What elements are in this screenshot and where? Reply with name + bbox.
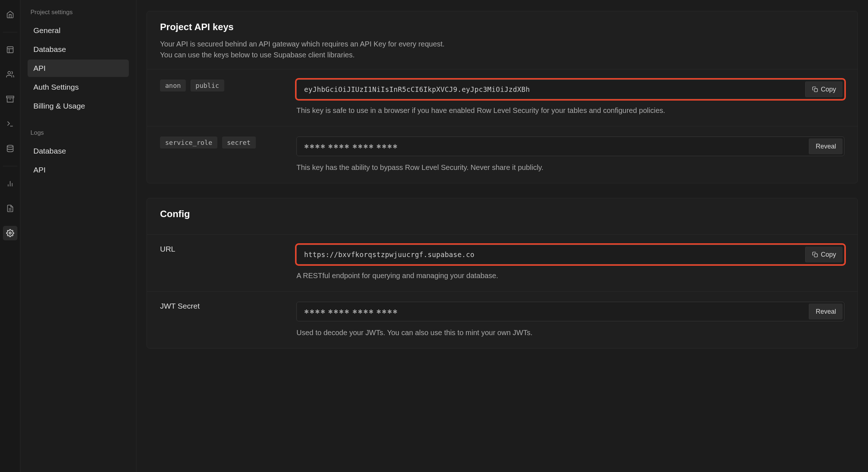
svg-rect-15 (814, 254, 818, 257)
sidebar-item-auth-settings[interactable]: Auth Settings (28, 78, 129, 96)
settings-icon[interactable] (3, 226, 17, 240)
auth-icon[interactable] (3, 67, 17, 82)
api-keys-desc: Your API is secured behind an API gatewa… (160, 38, 844, 60)
icon-rail (0, 0, 20, 472)
api-keys-card: Project API keys Your API is secured beh… (147, 11, 858, 183)
anon-key-tags: anon public (160, 80, 282, 116)
svg-rect-4 (6, 96, 13, 98)
svg-point-7 (7, 145, 13, 147)
sidebar-item-api[interactable]: API (28, 60, 129, 77)
sidebar-item-billing[interactable]: Billing & Usage (28, 97, 129, 115)
anon-key-help: This key is safe to use in a browser if … (296, 105, 844, 116)
sidebar: Project settings General Database API Au… (20, 0, 136, 472)
anon-key-copy-button[interactable]: Copy (805, 81, 843, 97)
sidebar-section-title: Logs (28, 129, 129, 137)
api-keys-title: Project API keys (160, 21, 844, 33)
service-role-input-group: ✱✱✱✱ ✱✱✱✱ ✱✱✱✱ ✱✱✱✱ Reveal (296, 137, 844, 156)
tag-secret: secret (222, 137, 256, 148)
url-input-group: https://bxvfkorqstzpwjuucrgf.supabase.co… (296, 245, 844, 264)
reports-icon[interactable] (3, 176, 17, 191)
url-row: URL https://bxvfkorqstzpwjuucrgf.supabas… (147, 234, 857, 291)
jwt-input-group: ✱✱✱✱ ✱✱✱✱ ✱✱✱✱ ✱✱✱✱ Reveal (296, 302, 844, 321)
docs-icon[interactable] (3, 201, 17, 216)
copy-icon (812, 252, 818, 257)
rail-divider (3, 32, 17, 32)
url-label: URL (160, 245, 282, 253)
anon-key-row: anon public eyJhbGciOiJIUzI1NiIsInR5cCI6… (147, 69, 857, 126)
jwt-label-wrap: JWT Secret (160, 302, 282, 338)
config-card: Config URL https://bxvfkorqstzpwjuucrgf.… (147, 198, 858, 349)
service-role-right: ✱✱✱✱ ✱✱✱✱ ✱✱✱✱ ✱✱✱✱ Reveal This key has … (296, 137, 844, 173)
svg-point-3 (8, 72, 10, 74)
jwt-reveal-button[interactable]: Reveal (809, 304, 843, 320)
jwt-label: JWT Secret (160, 302, 282, 310)
sidebar-section-title: Project settings (28, 9, 129, 16)
home-icon[interactable] (3, 7, 17, 22)
jwt-help: Used to decode your JWTs. You can also u… (296, 327, 844, 338)
sql-icon[interactable] (3, 117, 17, 131)
anon-key-value[interactable]: eyJhbGciOiJIUzI1NiIsInR5cCI6IkpXVCJ9.eyJ… (297, 80, 804, 99)
api-keys-header: Project API keys Your API is secured beh… (147, 11, 857, 69)
sidebar-item-logs-api[interactable]: API (28, 161, 129, 179)
jwt-value[interactable]: ✱✱✱✱ ✱✱✱✱ ✱✱✱✱ ✱✱✱✱ (297, 302, 807, 321)
anon-key-input-group: eyJhbGciOiJIUzI1NiIsInR5cCI6IkpXVCJ9.eyJ… (296, 80, 844, 99)
sidebar-item-database[interactable]: Database (28, 41, 129, 58)
tag-public: public (191, 80, 224, 91)
sidebar-section-project-settings: Project settings General Database API Au… (28, 9, 129, 115)
jwt-row: JWT Secret ✱✱✱✱ ✱✱✱✱ ✱✱✱✱ ✱✱✱✱ Reveal Us… (147, 291, 857, 348)
config-title: Config (160, 208, 844, 220)
copy-icon (812, 86, 818, 92)
table-icon[interactable] (3, 42, 17, 57)
rail-divider (3, 166, 17, 166)
jwt-right: ✱✱✱✱ ✱✱✱✱ ✱✱✱✱ ✱✱✱✱ Reveal Used to decod… (296, 302, 844, 338)
sidebar-section-logs: Logs Database API (28, 129, 129, 179)
sidebar-item-logs-database[interactable]: Database (28, 142, 129, 160)
tag-anon: anon (160, 80, 186, 91)
url-right: https://bxvfkorqstzpwjuucrgf.supabase.co… (296, 245, 844, 281)
svg-point-13 (9, 232, 11, 234)
url-label-wrap: URL (160, 245, 282, 281)
database-icon[interactable] (3, 141, 17, 156)
storage-icon[interactable] (3, 92, 17, 106)
config-header: Config (147, 198, 857, 234)
sidebar-item-general[interactable]: General (28, 22, 129, 39)
url-help: A RESTful endpoint for querying and mana… (296, 270, 844, 281)
url-copy-button[interactable]: Copy (805, 247, 843, 263)
service-role-reveal-button[interactable]: Reveal (809, 138, 843, 154)
service-role-value[interactable]: ✱✱✱✱ ✱✱✱✱ ✱✱✱✱ ✱✱✱✱ (297, 137, 807, 156)
url-value[interactable]: https://bxvfkorqstzpwjuucrgf.supabase.co (297, 245, 804, 264)
service-role-help: This key has the ability to bypass Row L… (296, 162, 844, 173)
main-content: Project API keys Your API is secured beh… (136, 0, 868, 472)
svg-rect-0 (7, 47, 13, 53)
anon-key-right: eyJhbGciOiJIUzI1NiIsInR5cCI6IkpXVCJ9.eyJ… (296, 80, 844, 116)
service-role-row: service_role secret ✱✱✱✱ ✱✱✱✱ ✱✱✱✱ ✱✱✱✱ … (147, 126, 857, 183)
tag-service-role: service_role (160, 137, 217, 148)
svg-rect-14 (814, 89, 818, 92)
service-role-tags: service_role secret (160, 137, 282, 173)
